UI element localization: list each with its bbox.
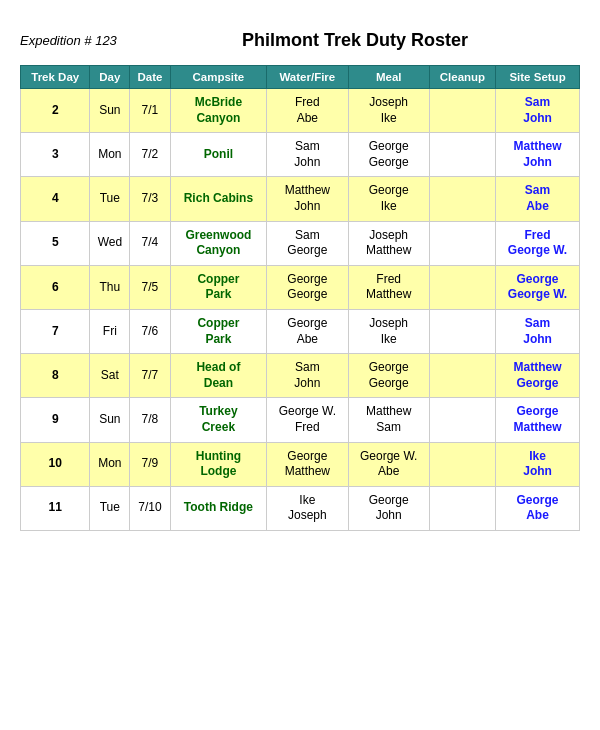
cell-campsite: CopperPark xyxy=(170,309,267,353)
col-meal: Meal xyxy=(348,66,429,89)
table-row: 10Mon7/9HuntingLodgeGeorgeMatthewGeorge … xyxy=(21,442,580,486)
col-trek-day: Trek Day xyxy=(21,66,90,89)
cell-trek_day: 9 xyxy=(21,398,90,442)
col-date: Date xyxy=(130,66,170,89)
page-title: Philmont Trek Duty Roster xyxy=(140,30,580,51)
cell-cleanup xyxy=(429,221,495,265)
cell-campsite: Rich Cabins xyxy=(170,177,267,221)
cell-date: 7/4 xyxy=(130,221,170,265)
cell-cleanup xyxy=(429,486,495,530)
cell-date: 7/6 xyxy=(130,309,170,353)
table-row: 3Mon7/2PonilSamJohnGeorgeGeorgeMatthewJo… xyxy=(21,133,580,177)
table-row: 11Tue7/10Tooth RidgeIkeJosephGeorgeJohnG… xyxy=(21,486,580,530)
cell-day: Fri xyxy=(90,309,130,353)
cell-trek_day: 7 xyxy=(21,309,90,353)
cell-setup: FredGeorge W. xyxy=(496,221,580,265)
col-water-fire: Water/Fire xyxy=(267,66,348,89)
cell-setup: MatthewJohn xyxy=(496,133,580,177)
cell-campsite: Head ofDean xyxy=(170,354,267,398)
cell-date: 7/10 xyxy=(130,486,170,530)
cell-cleanup xyxy=(429,442,495,486)
cell-cleanup xyxy=(429,309,495,353)
cell-trek_day: 2 xyxy=(21,89,90,133)
cell-campsite: TurkeyCreek xyxy=(170,398,267,442)
cell-campsite: McBrideCanyon xyxy=(170,89,267,133)
cell-meal: JosephIke xyxy=(348,89,429,133)
col-cleanup: Cleanup xyxy=(429,66,495,89)
cell-water: SamGeorge xyxy=(267,221,348,265)
cell-date: 7/9 xyxy=(130,442,170,486)
cell-day: Sun xyxy=(90,398,130,442)
col-site-setup: Site Setup xyxy=(496,66,580,89)
cell-setup: SamAbe xyxy=(496,177,580,221)
table-row: 9Sun7/8TurkeyCreekGeorge W.FredMatthewSa… xyxy=(21,398,580,442)
cell-trek_day: 4 xyxy=(21,177,90,221)
cell-water: George W.Fred xyxy=(267,398,348,442)
cell-meal: JosephIke xyxy=(348,309,429,353)
cell-day: Mon xyxy=(90,133,130,177)
table-row: 4Tue7/3Rich CabinsMatthewJohnGeorgeIkeSa… xyxy=(21,177,580,221)
cell-setup: IkeJohn xyxy=(496,442,580,486)
cell-cleanup xyxy=(429,177,495,221)
cell-setup: MatthewGeorge xyxy=(496,354,580,398)
cell-water: SamJohn xyxy=(267,133,348,177)
col-day: Day xyxy=(90,66,130,89)
cell-meal: JosephMatthew xyxy=(348,221,429,265)
cell-meal: GeorgeGeorge xyxy=(348,133,429,177)
cell-cleanup xyxy=(429,133,495,177)
table-row: 5Wed7/4GreenwoodCanyonSamGeorgeJosephMat… xyxy=(21,221,580,265)
cell-meal: GeorgeIke xyxy=(348,177,429,221)
cell-date: 7/1 xyxy=(130,89,170,133)
cell-campsite: CopperPark xyxy=(170,265,267,309)
table-row: 2Sun7/1McBrideCanyonFredAbeJosephIkeSamJ… xyxy=(21,89,580,133)
cell-setup: GeorgeAbe xyxy=(496,486,580,530)
cell-water: GeorgeAbe xyxy=(267,309,348,353)
cell-day: Thu xyxy=(90,265,130,309)
cell-campsite: HuntingLodge xyxy=(170,442,267,486)
cell-setup: SamJohn xyxy=(496,309,580,353)
cell-day: Sun xyxy=(90,89,130,133)
cell-date: 7/8 xyxy=(130,398,170,442)
cell-water: SamJohn xyxy=(267,354,348,398)
cell-campsite: GreenwoodCanyon xyxy=(170,221,267,265)
table-row: 7Fri7/6CopperParkGeorgeAbeJosephIkeSamJo… xyxy=(21,309,580,353)
cell-trek_day: 11 xyxy=(21,486,90,530)
cell-meal: GeorgeJohn xyxy=(348,486,429,530)
expedition-label: Expedition # 123 xyxy=(20,33,140,48)
cell-meal: MatthewSam xyxy=(348,398,429,442)
cell-cleanup xyxy=(429,89,495,133)
cell-day: Wed xyxy=(90,221,130,265)
cell-day: Sat xyxy=(90,354,130,398)
cell-trek_day: 10 xyxy=(21,442,90,486)
cell-meal: FredMatthew xyxy=(348,265,429,309)
cell-day: Mon xyxy=(90,442,130,486)
cell-day: Tue xyxy=(90,486,130,530)
cell-water: MatthewJohn xyxy=(267,177,348,221)
cell-water: GeorgeMatthew xyxy=(267,442,348,486)
cell-trek_day: 8 xyxy=(21,354,90,398)
cell-trek_day: 6 xyxy=(21,265,90,309)
cell-meal: GeorgeGeorge xyxy=(348,354,429,398)
cell-setup: SamJohn xyxy=(496,89,580,133)
cell-setup: GeorgeGeorge W. xyxy=(496,265,580,309)
cell-day: Tue xyxy=(90,177,130,221)
cell-water: FredAbe xyxy=(267,89,348,133)
cell-date: 7/7 xyxy=(130,354,170,398)
col-campsite: Campsite xyxy=(170,66,267,89)
cell-cleanup xyxy=(429,354,495,398)
cell-trek_day: 5 xyxy=(21,221,90,265)
table-row: 8Sat7/7Head ofDeanSamJohnGeorgeGeorgeMat… xyxy=(21,354,580,398)
cell-setup: GeorgeMatthew xyxy=(496,398,580,442)
table-row: 6Thu7/5CopperParkGeorgeGeorgeFredMatthew… xyxy=(21,265,580,309)
table-header-row: Trek Day Day Date Campsite Water/Fire Me… xyxy=(21,66,580,89)
cell-cleanup xyxy=(429,398,495,442)
duty-roster-table: Trek Day Day Date Campsite Water/Fire Me… xyxy=(20,65,580,531)
cell-date: 7/5 xyxy=(130,265,170,309)
cell-cleanup xyxy=(429,265,495,309)
cell-water: IkeJoseph xyxy=(267,486,348,530)
cell-date: 7/3 xyxy=(130,177,170,221)
cell-meal: George W.Abe xyxy=(348,442,429,486)
cell-trek_day: 3 xyxy=(21,133,90,177)
cell-water: GeorgeGeorge xyxy=(267,265,348,309)
cell-campsite: Ponil xyxy=(170,133,267,177)
